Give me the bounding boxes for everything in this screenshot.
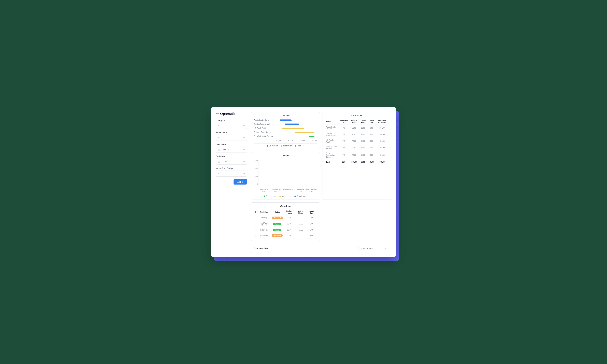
gantt-row-label: Property Close Review — [254, 131, 276, 134]
chevron-down-icon — [243, 173, 245, 175]
table-cell: Reviewed — [271, 215, 283, 221]
legend-dot-icon — [281, 145, 282, 147]
legend-item: Completion % — [294, 195, 307, 197]
table-cell: 7 — [254, 227, 257, 233]
legend-dot-icon — [295, 145, 296, 147]
table-cell: 11.00 — [359, 125, 367, 131]
table-cell: 11.00 — [295, 233, 306, 238]
bar-grid — [259, 159, 317, 188]
table-cell: Final Audit Report — [257, 221, 271, 227]
status-badge: Reviewed — [272, 217, 283, 219]
table-cell: Fees Substantive Testing — [325, 151, 338, 159]
table-total-cell: 55.00 — [359, 159, 367, 165]
table-total-cell: Total — [325, 159, 338, 165]
audit-name-value: All — [218, 136, 220, 139]
table-row: Austin Center Review7%20.0011.009.00154.… — [325, 125, 388, 131]
work-step-budget-select[interactable]: All — [216, 170, 247, 177]
table-cell: 20.00 — [349, 144, 359, 151]
table-cell: 11.00 — [295, 215, 306, 221]
table-cell: 20.00 — [349, 125, 359, 131]
legend-item: Actual Hours — [279, 195, 291, 197]
legend-item: Yulia Lee — [295, 145, 304, 147]
app-window: OpsAudit Category All Audit Name All — [211, 107, 396, 257]
table-cell: 6 — [254, 221, 257, 227]
gantt-row-label: Costing Process Audit — [254, 123, 276, 126]
table-cell: 11.00 — [295, 221, 306, 227]
table-cell: 20.00 — [349, 131, 359, 138]
brand-logo-icon — [216, 112, 219, 116]
gantt-row-label: US Foods Audit — [254, 127, 276, 130]
table-cell: 9.00 — [306, 233, 317, 238]
audit-name-label: Audit Name — [216, 131, 247, 134]
bar-chart: 3002001000 — [254, 159, 317, 188]
category-select[interactable]: All — [216, 123, 247, 129]
table-cell: 11.00 — [295, 227, 306, 233]
bar-xlabels: Austin Center ReviewCosting Process Audi… — [258, 189, 317, 192]
start-date-input[interactable]: 8/3/2023 — [216, 147, 247, 153]
bar-yaxis: 3002001000 — [254, 159, 258, 185]
work-steps-title: Work Steps — [254, 205, 317, 207]
bar-title: Timeline — [254, 155, 317, 157]
status-badge: Open — [273, 223, 281, 225]
gantt-track — [276, 135, 317, 138]
gantt-bar — [309, 136, 315, 137]
table-cell: 154.00 — [376, 144, 388, 151]
legend-item: Brett Martin — [281, 145, 292, 147]
table-cell: 7% — [338, 151, 350, 159]
table-cell: 7% — [338, 138, 350, 144]
audit-table-header: NameCompletion %Budget HoursActual Hours… — [325, 119, 388, 125]
gantt-track — [276, 131, 317, 134]
table-cell: 9.00 — [367, 131, 376, 138]
table-header: Budget Hours — [283, 209, 295, 215]
apply-button[interactable]: Apply — [234, 179, 247, 184]
table-cell: Reporting — [257, 233, 271, 238]
table-cell: US Foods Audit — [325, 138, 338, 144]
end-date-input[interactable]: 12/2/2023 — [216, 159, 247, 165]
chevron-down-icon — [243, 137, 245, 139]
table-cell: 154.00 — [376, 151, 388, 159]
gantt-bar — [295, 132, 314, 133]
legend-dot-icon — [264, 195, 265, 197]
table-row: Property Close Review7%20.0011.009.00154… — [325, 144, 388, 151]
table-cell: 8 — [254, 233, 257, 238]
table-cell: 9.00 — [367, 144, 376, 151]
table-header: Work Step — [257, 209, 271, 215]
table-row: Costing Process Audit7%20.0011.009.00154… — [325, 131, 388, 138]
gantt-legend: Bill WilliamsBrett MartinYulia Lee — [254, 143, 317, 147]
overview-label: Overview Data — [254, 247, 268, 250]
table-cell: Planning — [257, 215, 271, 221]
table-total-cell: 35% — [338, 159, 350, 165]
gantt-row-label: Fees Substantive Testing — [254, 135, 276, 138]
legend-item: Budget Hours — [264, 195, 276, 197]
work-steps-body: 5PlanningReviewed20.0011.009.006Final Au… — [254, 215, 317, 238]
overview-range-select[interactable]: 3 Aug – 4 Sept — [358, 246, 388, 251]
status-badge: Open — [273, 229, 281, 231]
bar-legend: Budget HoursActual HoursCompletion % — [254, 194, 317, 197]
chevron-down-icon — [243, 161, 245, 163]
chevron-down-icon — [243, 125, 245, 127]
main-content: Timeline Austin Center ReviewCosting Pro… — [251, 112, 391, 253]
table-cell: Austin Center Review — [325, 125, 338, 131]
work-steps-header: IDWork StepStatusBudget HoursActual Hour… — [254, 209, 317, 215]
table-total-cell: 100.00 — [349, 159, 359, 165]
table-cell: 9.00 — [367, 138, 376, 144]
gantt-row-label: Austin Center Review — [254, 119, 276, 121]
calendar-icon — [218, 148, 220, 151]
table-cell: 5 — [254, 215, 257, 221]
gantt-chart: Austin Center ReviewCosting Process Audi… — [254, 119, 317, 142]
table-cell: 20.00 — [283, 215, 295, 221]
table-cell: Property Close Review — [325, 144, 338, 151]
overview-bar: Overview Data 3 Aug – 4 Sept — [251, 244, 391, 253]
table-cell: 154.00 — [376, 131, 388, 138]
work-step-budget-label: Work Step Budget — [216, 167, 247, 169]
brand-name: OpsAudit — [220, 112, 235, 116]
gantt-track — [276, 119, 317, 121]
audit-name-select[interactable]: All — [216, 135, 247, 141]
table-header: Status — [271, 209, 283, 215]
table-cell: Reviewed — [271, 233, 283, 238]
gantt-bar — [285, 124, 299, 125]
table-row: 7Follow-upOpen20.0011.009.00 — [254, 227, 317, 233]
table-header: Budget Hours — [349, 119, 359, 125]
table-cell: 20.00 — [283, 227, 295, 233]
table-cell: 154.00 — [376, 125, 388, 131]
